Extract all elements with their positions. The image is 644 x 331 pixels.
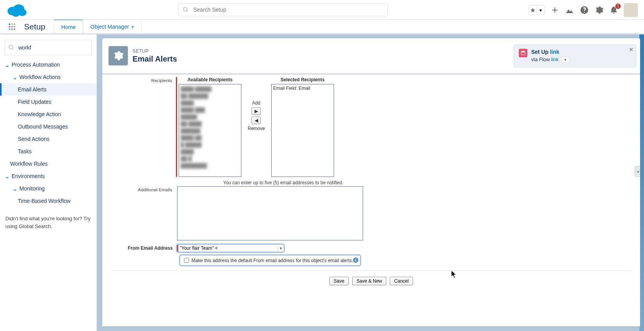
avatar[interactable]: [624, 3, 638, 17]
side-collapse-tab[interactable]: ◂: [635, 166, 640, 177]
tab-home[interactable]: Home: [54, 19, 83, 34]
svg-point-4: [9, 23, 10, 25]
tab-object-manager-label: Object Manager: [90, 24, 129, 30]
star-icon: [529, 5, 537, 15]
toast-line2-text: via Flow: [531, 57, 550, 62]
tree-send-actions[interactable]: Send Actions: [0, 133, 96, 145]
tree-outbound-messages[interactable]: Outbound Messages: [0, 120, 96, 133]
expand-icon: ⌄: [2, 173, 12, 180]
tree-monitoring[interactable]: ⌄ Monitoring: [0, 182, 96, 195]
tree-label: Send Actions: [18, 136, 50, 142]
tree-label: Process Automation: [12, 62, 60, 68]
save-button[interactable]: Save: [329, 277, 348, 285]
tree-label: Environments: [12, 173, 45, 179]
global-search-input[interactable]: [193, 6, 387, 13]
expand-icon: ⌄: [10, 185, 19, 192]
quick-find: [5, 40, 92, 55]
list-item[interactable]: Email Field: Email: [273, 86, 332, 91]
tree-label: Monitoring: [19, 185, 45, 192]
tree-label: Tasks: [18, 148, 32, 154]
svg-point-10: [9, 28, 10, 30]
setup-tree: ⌄ Process Automation ⌄ Workflow Actions …: [0, 58, 96, 207]
default-from-checkbox[interactable]: [184, 258, 189, 263]
svg-point-12: [14, 28, 15, 30]
tree-label: Workflow Rules: [10, 161, 48, 167]
search-icon: [183, 7, 189, 13]
tree-workflow-rules[interactable]: Workflow Rules: [0, 158, 96, 170]
promo-toast: Set Up link via Flow link ▾ ✕: [514, 45, 636, 67]
from-email-label: From Email Address: [111, 245, 176, 251]
available-recipients-label: Available Recipients: [188, 77, 232, 82]
add-label: Add: [252, 100, 260, 106]
svg-point-9: [14, 26, 15, 27]
toast-link-2[interactable]: link: [551, 57, 559, 62]
tree-time-based-workflow[interactable]: Time-Based Workflow: [0, 195, 96, 207]
tree-workflow-actions[interactable]: ⌄ Workflow Actions: [0, 71, 96, 83]
from-email-highlight: "Your flair Team" < ▾: [176, 244, 285, 253]
cancel-button[interactable]: Cancel: [390, 277, 413, 285]
gear-icon: [108, 46, 128, 65]
chevron-down-icon: ▾: [131, 24, 134, 30]
toast-line1-text: Set Up: [531, 49, 548, 55]
tree-field-updates[interactable]: Field Updates: [0, 96, 96, 108]
additional-emails-label: Additional Emails: [111, 186, 176, 192]
remove-label: Remove: [248, 126, 265, 131]
notifications-button[interactable]: 1: [609, 5, 618, 15]
tree-email-alerts[interactable]: Email Alerts: [0, 83, 96, 96]
favorites-button[interactable]: ▾: [529, 5, 545, 15]
breadcrumb: SETUP: [133, 48, 177, 54]
trailhead-icon[interactable]: [565, 5, 574, 15]
close-icon[interactable]: ✕: [629, 46, 634, 53]
info-icon[interactable]: i: [353, 257, 358, 263]
setup-tree-sidebar: ⌄ Process Automation ⌄ Workflow Actions …: [0, 34, 97, 331]
expand-icon: ⌄: [10, 74, 19, 81]
add-icon[interactable]: [550, 5, 560, 15]
toast-cta[interactable]: ▾: [561, 57, 569, 63]
available-recipients-list[interactable]: ████ ███████ ██████████████ ███ ███████ …: [179, 84, 241, 177]
context-bar: Setup Home Object Manager ▾: [0, 20, 644, 34]
svg-point-3: [12, 10, 20, 17]
save-new-button[interactable]: Save & New: [352, 277, 386, 285]
tree-label: Knowledge Action: [18, 111, 61, 117]
tree-tasks[interactable]: Tasks: [0, 145, 96, 158]
tab-object-manager[interactable]: Object Manager ▾: [83, 19, 141, 34]
page-panel: SETUP Email Alerts Set Up link via Flow: [102, 38, 640, 326]
chevron-down-icon: ▾: [564, 57, 567, 62]
svg-point-6: [14, 23, 15, 25]
additional-emails-input[interactable]: [177, 186, 363, 240]
svg-point-5: [11, 23, 13, 25]
tree-label: Field Updates: [18, 99, 51, 105]
quick-find-input[interactable]: [17, 44, 91, 51]
search-icon: [8, 45, 14, 51]
default-from-label: Make this address the default From email…: [191, 258, 353, 263]
header-utilities: ▾ 1: [529, 3, 638, 17]
selected-recipients-label: Selected Recipients: [281, 77, 324, 82]
expand-icon: ⌄: [2, 61, 12, 69]
svg-point-11: [11, 28, 13, 30]
app-name: Setup: [24, 22, 45, 31]
event-icon: [519, 49, 527, 57]
tree-knowledge-action[interactable]: Knowledge Action: [0, 108, 96, 120]
tree-process-automation[interactable]: ⌄ Process Automation: [0, 58, 96, 71]
page-title: Email Alerts: [133, 55, 177, 63]
selected-recipients-list[interactable]: Email Field: Email: [271, 84, 334, 177]
toast-link-1[interactable]: link: [550, 49, 559, 55]
gear-icon[interactable]: [594, 5, 604, 15]
chevron-down-icon: ▾: [537, 5, 544, 15]
help-icon[interactable]: [580, 5, 589, 15]
notification-count: 1: [615, 3, 621, 9]
additional-emails-hint: You can enter up to five (5) email addre…: [223, 180, 632, 185]
global-header: ▾ 1: [0, 0, 644, 20]
tree-label: Outbound Messages: [18, 123, 68, 130]
tree-environments[interactable]: ⌄ Environments: [0, 170, 96, 182]
form-actions: Save Save & New Cancel: [111, 270, 632, 290]
from-email-select[interactable]: "Your flair Team" <: [178, 245, 277, 252]
add-button[interactable]: ▶: [251, 107, 261, 115]
tree-label: Workflow Actions: [19, 74, 60, 80]
salesforce-logo-icon: [5, 2, 28, 17]
recipients-label: Recipients: [111, 77, 176, 83]
tree-label: Email Alerts: [18, 86, 46, 93]
remove-button[interactable]: ◀: [251, 117, 261, 124]
chevron-down-icon: ▾: [277, 246, 284, 251]
app-launcher-icon[interactable]: [8, 22, 16, 31]
